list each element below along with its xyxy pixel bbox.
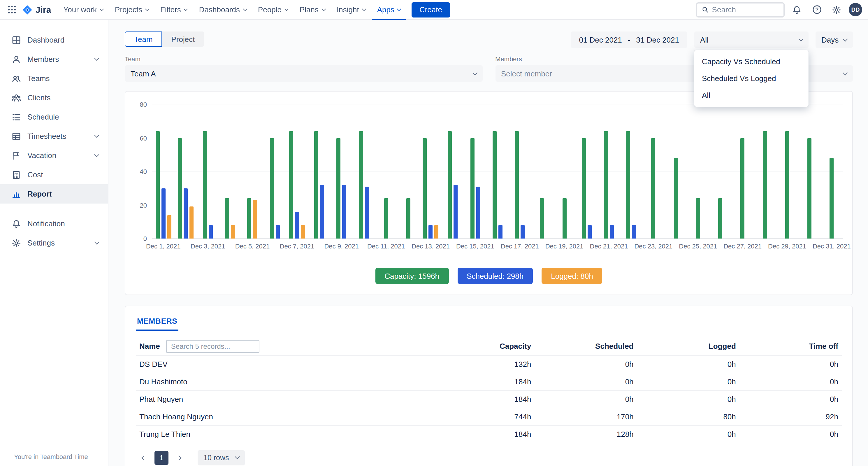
prev-page-button[interactable]	[137, 450, 151, 465]
column-header-scheduled[interactable]: Scheduled	[534, 338, 637, 355]
avatar[interactable]: DD	[849, 3, 862, 16]
table-row[interactable]: Du Hashimoto 184h 0h 0h 0h	[136, 373, 842, 390]
bar-group	[308, 105, 330, 238]
sidebar-item-label: Notification	[27, 219, 65, 228]
mode-select[interactable]: All	[694, 31, 809, 48]
legend-scheduled-button[interactable]: Scheduled: 298h	[457, 268, 533, 284]
nav-item-dashboards[interactable]: Dashboards	[194, 0, 252, 20]
sidebar-item-schedule[interactable]: Schedule	[0, 107, 108, 126]
sidebar-item-label: Teams	[27, 74, 50, 83]
chevron-right-icon	[177, 455, 182, 460]
date-to[interactable]: 31 Dec 2021	[636, 35, 679, 44]
legend-logged-button[interactable]: Logged: 80h	[541, 268, 602, 284]
bar-group	[353, 105, 375, 238]
nav-item-projects[interactable]: Projects	[110, 0, 154, 20]
unit-select[interactable]: Days	[815, 31, 853, 48]
sidebar-item-settings[interactable]: Settings	[0, 233, 108, 253]
gear-icon	[832, 5, 841, 14]
help-button[interactable]: ?	[809, 2, 824, 17]
sidebar-item-members[interactable]: Members	[0, 50, 108, 69]
bar-group	[687, 105, 709, 238]
sidebar-item-vacation[interactable]: Vacation	[0, 146, 108, 165]
table-search-input[interactable]	[166, 340, 260, 353]
cell-capacity: 132h	[432, 355, 534, 373]
bar-group	[642, 105, 664, 238]
search-input[interactable]	[712, 5, 779, 14]
cell-logged: 0h	[637, 355, 740, 373]
nav-item-your-work[interactable]: Your work	[58, 0, 108, 20]
chevron-down-icon	[799, 36, 804, 41]
bar-group	[264, 105, 286, 238]
cell-logged: 0h	[637, 425, 740, 443]
column-header-timeoff[interactable]: Time off	[740, 338, 842, 355]
bar-logged	[253, 200, 257, 238]
rows-per-page-select[interactable]: 10 rows	[197, 450, 245, 465]
table-row[interactable]: DS DEV 132h 0h 0h 0h	[136, 355, 842, 373]
chevron-down-icon	[145, 7, 149, 11]
chart-legend: Capacity: 1596h Scheduled: 298h Logged: …	[135, 268, 843, 284]
nav-item-people[interactable]: People	[253, 0, 293, 20]
bar-group	[375, 105, 397, 238]
bar-group	[174, 105, 196, 238]
bar-capacity	[741, 138, 745, 238]
team-select[interactable]: Team A	[125, 65, 483, 82]
jira-logo[interactable]: Jira	[21, 4, 57, 15]
search-icon	[702, 6, 709, 13]
column-header-logged[interactable]: Logged	[637, 338, 740, 355]
table-row[interactable]: Thach Hoang Nguyen 744h 170h 80h 92h	[136, 408, 842, 425]
vacation-flag-icon	[12, 151, 21, 160]
bar-chart: 020406080 Dec 1, 2021Dec 3, 2021Dec 5, 2…	[135, 105, 843, 251]
sidebar-item-report[interactable]: Report	[0, 184, 108, 204]
x-slot: Dec 13, 2021	[420, 243, 441, 251]
next-page-button[interactable]	[172, 450, 186, 465]
date-range-picker[interactable]: 01 Dec 2021 - 31 Dec 2021	[571, 31, 687, 48]
bar-logged	[189, 207, 193, 238]
dropdown-option-capacity-vs-scheduled[interactable]: Capacity Vs Scheduled	[694, 53, 809, 70]
column-header-capacity[interactable]: Capacity	[432, 338, 534, 355]
bar-scheduled	[365, 186, 369, 238]
sidebar-item-notification[interactable]: Notification	[0, 214, 108, 233]
bar-capacity	[562, 198, 566, 238]
tab-members[interactable]: MEMBERS	[136, 317, 179, 331]
nav-item-apps[interactable]: Apps	[372, 0, 406, 20]
x-slot: Dec 3, 2021	[197, 243, 219, 251]
nav-item-insight[interactable]: Insight	[332, 0, 371, 20]
notifications-button[interactable]	[789, 2, 804, 17]
sidebar-item-clients[interactable]: Clients	[0, 88, 108, 107]
sidebar-item-label: Schedule	[27, 113, 59, 121]
cost-calculator-icon	[12, 170, 21, 179]
dropdown-option-all[interactable]: All	[694, 87, 809, 104]
members-card: MEMBERS Name Capacity Sched	[125, 305, 853, 466]
app-switcher-button[interactable]	[3, 2, 20, 17]
table-row[interactable]: Phat Nguyen 184h 0h 0h 0h	[136, 390, 842, 408]
nav-item-filters[interactable]: Filters	[155, 0, 193, 20]
nav-item-plans[interactable]: Plans	[294, 0, 330, 20]
bar-capacity	[493, 131, 497, 238]
legend-capacity-button[interactable]: Capacity: 1596h	[375, 268, 448, 284]
cell-timeoff: 0h	[740, 373, 842, 390]
dropdown-option-scheduled-vs-logged[interactable]: Scheduled Vs Logged	[694, 70, 809, 87]
settings-button[interactable]	[829, 2, 844, 17]
team-filter-label: Team	[125, 55, 483, 62]
table-row[interactable]: Trung Le Thien 184h 128h 0h 0h	[136, 425, 842, 443]
bar-group	[798, 105, 820, 238]
create-button[interactable]: Create	[412, 2, 450, 17]
sidebar-item-dashboard[interactable]: Dashboard	[0, 30, 108, 50]
sidebar-item-timesheets[interactable]: Timesheets	[0, 126, 108, 146]
settings-gear-icon	[12, 238, 21, 247]
current-page-indicator[interactable]: 1	[154, 450, 168, 465]
view-toggle: Team Project	[125, 31, 204, 47]
bar-capacity	[470, 138, 474, 238]
sidebar-item-teams[interactable]: Teams	[0, 69, 108, 88]
bar-group	[620, 105, 642, 238]
global-search[interactable]	[696, 2, 785, 17]
team-view-button[interactable]: Team	[125, 31, 162, 47]
bar-capacity	[515, 131, 519, 238]
date-from[interactable]: 01 Dec 2021	[579, 35, 622, 44]
project-view-button[interactable]: Project	[162, 31, 204, 47]
column-header-name[interactable]: Name	[139, 342, 160, 351]
sidebar-item-label: Cost	[27, 170, 43, 179]
sidebar-divider-gap	[0, 204, 108, 214]
sidebar-item-cost[interactable]: Cost	[0, 165, 108, 184]
bar-logged	[434, 225, 438, 238]
